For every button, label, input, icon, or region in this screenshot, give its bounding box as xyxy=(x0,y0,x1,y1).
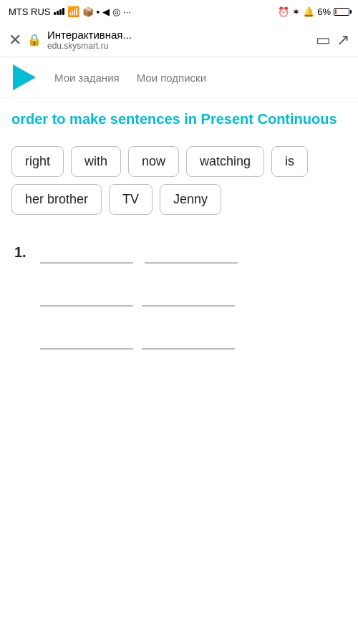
location-icon: ◀ xyxy=(102,6,110,17)
alarm-icon: ⏰ xyxy=(278,6,289,17)
word-tile-right[interactable]: right xyxy=(11,146,64,177)
answer-section: 1. xyxy=(11,238,347,350)
sim-icon: ▪ xyxy=(97,6,100,17)
carrier-label: MTS RUS xyxy=(9,6,51,17)
close-button[interactable]: ✕ xyxy=(9,31,21,49)
data-icon: 📦 xyxy=(82,6,94,17)
address-bar[interactable]: Интерактивная... edu.skysmart.ru xyxy=(47,29,310,51)
answer-blank-3b[interactable] xyxy=(142,324,235,350)
answer-blank-2b[interactable] xyxy=(142,281,235,307)
word-tile-tv[interactable]: TV xyxy=(109,184,153,215)
word-tile-her-brother[interactable]: her brother xyxy=(11,184,102,215)
tab-my-tasks[interactable]: Мои задания xyxy=(54,69,120,87)
tab-my-subscriptions[interactable]: Мои подписки xyxy=(137,69,206,87)
dots: ··· xyxy=(123,6,131,17)
blank-row-3 xyxy=(14,324,344,350)
word-tile-now[interactable]: now xyxy=(128,146,179,177)
signal-bars xyxy=(54,8,64,15)
word-tiles-container: right with now watching is her brother T… xyxy=(11,146,347,215)
circle-icon: ◎ xyxy=(112,6,120,17)
word-tile-jenny[interactable]: Jenny xyxy=(160,184,221,215)
answer-blank-1a[interactable] xyxy=(40,238,133,264)
answer-row-1: 1. xyxy=(14,238,344,264)
page-title: Интерактивная... xyxy=(47,29,310,41)
status-bar: MTS RUS 📶 📦 ▪ ◀ ◎ ··· ⏰ ✶ 🔔 6% xyxy=(0,0,358,23)
browser-chrome: ✕ 🔒 Интерактивная... edu.skysmart.ru ▭ ↗… xyxy=(0,23,358,57)
word-tile-is[interactable]: is xyxy=(271,146,308,177)
logo-triangle xyxy=(13,64,36,90)
status-right: ⏰ ✶ 🔔 6% xyxy=(278,6,349,17)
answer-blank-1b[interactable] xyxy=(145,238,238,264)
url-label: edu.skysmart.ru xyxy=(47,41,310,51)
word-tile-watching[interactable]: watching xyxy=(186,146,264,177)
battery-icon xyxy=(334,8,349,16)
bluetooth-icon: ✶ xyxy=(292,6,300,17)
app-logo xyxy=(11,64,37,90)
answer-blank-2a[interactable] xyxy=(40,281,133,307)
status-left: MTS RUS 📶 📦 ▪ ◀ ◎ ··· xyxy=(9,6,131,17)
word-tile-with[interactable]: with xyxy=(71,146,121,177)
answer-number-1: 1. xyxy=(14,244,32,261)
wifi-icon: 📶 xyxy=(67,6,79,17)
battery-pct-label: 6% xyxy=(317,6,331,17)
share-icon[interactable]: ↗︎ xyxy=(337,31,349,49)
bookmark-icon[interactable]: ▭ xyxy=(316,31,331,49)
instruction-text: order to make sentences in Present Conti… xyxy=(11,110,347,129)
nav-tabs: Мои задания Мои подписки xyxy=(0,57,358,98)
answer-blank-3a[interactable] xyxy=(40,324,133,350)
blank-row-2 xyxy=(14,281,344,307)
main-content: order to make sentences in Present Conti… xyxy=(0,98,358,350)
bell-icon: 🔔 xyxy=(303,6,314,17)
battery-fill xyxy=(335,9,337,14)
lock-icon: 🔒 xyxy=(27,33,42,47)
